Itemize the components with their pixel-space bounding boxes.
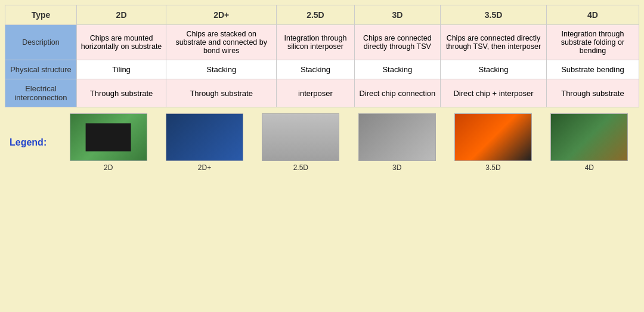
legend-items: 2D2D+2.5D3D3.5D4D — [63, 113, 634, 172]
legend-chip-img-4 — [454, 113, 532, 161]
legend-item-25d: 2.5D — [256, 113, 346, 172]
row-header-2: Electrical interconnection — [5, 79, 77, 107]
cell-0-1: Chips are stacked on substrate and conne… — [166, 25, 277, 60]
legend-item-label-4: 3.5D — [485, 163, 500, 172]
chip-visual-5 — [551, 114, 627, 160]
cell-1-5: Substrate bending — [546, 60, 639, 79]
cell-1-3: Stacking — [354, 60, 440, 79]
col-header-2d: 2D — [77, 5, 166, 25]
cell-2-4: Direct chip + interposer — [441, 79, 547, 107]
col-header-3d: 3D — [354, 5, 440, 25]
chip-visual-1 — [166, 114, 243, 160]
cell-0-5: Integration through substrate folding or… — [546, 25, 639, 60]
type-row-header: Type — [5, 5, 77, 25]
cell-1-4: Stacking — [441, 60, 547, 79]
legend-item-35d: 3.5D — [448, 113, 538, 172]
legend-section: Legend: 2D2D+2.5D3D3.5D4D — [5, 107, 639, 174]
chip-visual-0 — [70, 114, 147, 160]
legend-item-label-5: 4D — [585, 163, 594, 172]
table-row-1: Physical structureTilingStackingStacking… — [5, 60, 639, 79]
cell-1-0: Tiling — [77, 60, 166, 79]
main-container: Type 2D 2D+ 2.5D 3D 3.5D 4D DescriptionC… — [0, 0, 644, 179]
legend-item-2dp: 2D+ — [159, 113, 249, 172]
legend-chip-img-5 — [550, 113, 628, 161]
cell-2-5: Through substrate — [546, 79, 639, 107]
cell-2-3: Direct chip connection — [354, 79, 440, 107]
cell-1-2: Stacking — [277, 60, 354, 79]
cell-2-0: Through substrate — [77, 79, 166, 107]
cell-0-2: Integration through silicon interposer — [277, 25, 354, 60]
cell-1-1: Stacking — [166, 60, 277, 79]
legend-label: Legend: — [10, 137, 57, 148]
table-row-2: Electrical interconnectionThrough substr… — [5, 79, 639, 107]
legend-item-label-3: 3D — [392, 163, 401, 172]
row-header-0: Description — [5, 25, 77, 60]
legend-chip-img-2 — [262, 113, 339, 161]
comparison-table: Type 2D 2D+ 2.5D 3D 3.5D 4D DescriptionC… — [5, 5, 639, 107]
legend-item-label-2: 2.5D — [293, 163, 308, 172]
chip-visual-2 — [262, 114, 339, 160]
legend-item-2d: 2D — [63, 113, 153, 172]
cell-2-2: interposer — [277, 79, 354, 107]
col-header-4d: 4D — [546, 5, 639, 25]
legend-chip-img-0 — [70, 113, 147, 161]
legend-item-label-0: 2D — [104, 163, 113, 172]
cell-0-4: Chips are connected directly through TSV… — [441, 25, 547, 60]
legend-item-3d: 3D — [352, 113, 442, 172]
legend-item-4d: 4D — [544, 113, 634, 172]
cell-0-3: Chips are connected directly through TSV — [354, 25, 440, 60]
type-row: Type 2D 2D+ 2.5D 3D 3.5D 4D — [5, 5, 639, 25]
col-header-35d: 3.5D — [441, 5, 547, 25]
row-header-1: Physical structure — [5, 60, 77, 79]
legend-chip-img-1 — [166, 113, 243, 161]
col-header-2dp: 2D+ — [166, 5, 277, 25]
cell-2-1: Through substrate — [166, 79, 277, 107]
legend-chip-img-3 — [358, 113, 436, 161]
chip-visual-4 — [455, 114, 531, 160]
cell-0-0: Chips are mounted horizontally on substr… — [77, 25, 166, 60]
col-header-25d: 2.5D — [277, 5, 354, 25]
legend-item-label-1: 2D+ — [198, 163, 211, 172]
chip-visual-3 — [359, 114, 435, 160]
table-row-0: DescriptionChips are mounted horizontall… — [5, 25, 639, 60]
